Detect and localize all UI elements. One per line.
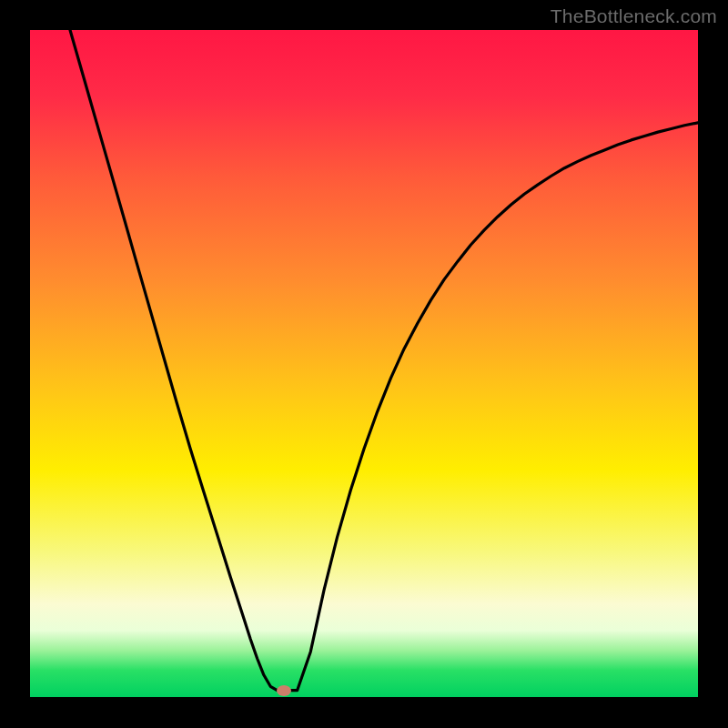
plot-area	[30, 30, 698, 697]
chart-frame: TheBottleneck.com	[0, 0, 728, 728]
curve-svg	[30, 30, 698, 697]
bottleneck-curve	[70, 30, 698, 691]
optimal-point-marker	[277, 685, 291, 696]
watermark-text: TheBottleneck.com	[551, 5, 717, 27]
